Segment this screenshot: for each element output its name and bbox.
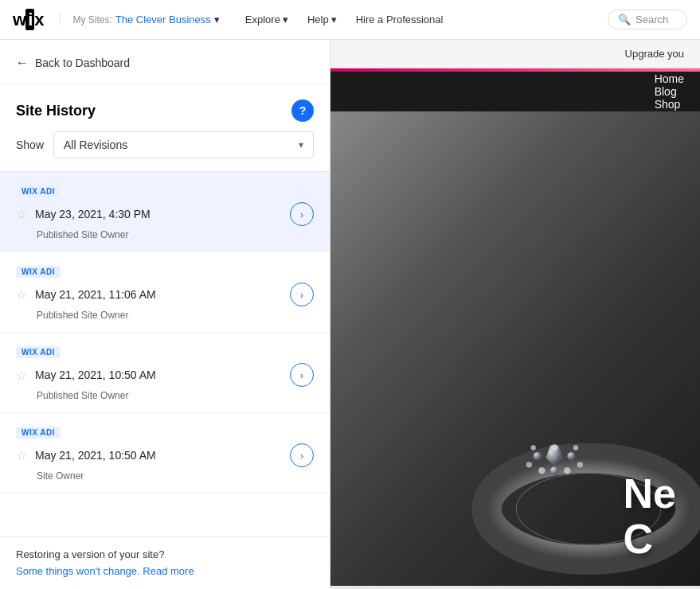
top-navigation: wix My Sites: The Clever Business ▾ Expl… [0,0,700,40]
nav-hire[interactable]: Hire a Professional [350,10,450,29]
revision-badge: WIX ADI [16,185,61,197]
preview-nav-item[interactable]: Shop [655,98,684,111]
upgrade-text: Upgrade you [625,48,684,60]
revision-row: ☆ May 21, 2021, 11:06 AM › [16,283,314,306]
revision-author: Published Site Owner [16,390,314,401]
view-revision-button[interactable]: › [290,202,314,226]
revision-row: ☆ May 23, 2021, 4:30 PM › [16,202,314,226]
preview-area: Upgrade you HomeBlogShop [330,40,700,589]
star-icon[interactable]: ☆ [16,287,27,302]
svg-point-2 [534,452,542,461]
revision-date: May 21, 2021, 11:06 AM [35,288,282,301]
revisions-filter-dropdown[interactable]: All Revisions ▾ [53,131,314,158]
revision-date: May 21, 2021, 10:50 AM [35,449,282,462]
site-name: The Clever Business [115,14,211,25]
revisions-container: WIX ADI ☆ May 23, 2021, 4:30 PM › Publis… [0,172,330,493]
revisions-list: WIX ADI ☆ May 23, 2021, 4:30 PM › Publis… [0,171,330,536]
revision-author: Published Site Owner [16,229,314,240]
svg-point-6 [564,467,571,474]
chevron-down-icon: ▾ [331,14,337,25]
site-selector[interactable]: My Sites: The Clever Business ▾ [60,14,220,25]
my-sites-label: My Sites: [73,14,112,25]
svg-point-7 [526,462,532,467]
sidebar-footer: Restoring a version of your site? Some t… [0,536,330,589]
preview-nav-bar: HomeBlogShop [330,72,700,111]
revision-item[interactable]: WIX ADI ☆ May 23, 2021, 4:30 PM › Publis… [0,172,330,252]
back-label: Back to Dashboard [35,57,130,69]
svg-point-9 [551,444,558,451]
preview-text-overlay: NeC [624,471,676,562]
revision-row: ☆ May 21, 2021, 10:50 AM › [16,363,314,387]
wix-logo: wix [13,10,44,30]
view-revision-button[interactable]: › [290,443,314,467]
chevron-down-icon: ▾ [283,14,288,25]
revision-author: Site Owner [16,470,314,482]
revision-badge: WIX ADI [16,266,61,278]
revision-item[interactable]: WIX ADI ☆ May 21, 2021, 11:06 AM › Publi… [0,252,330,333]
back-to-dashboard-button[interactable]: ← Back to Dashboard [0,40,330,84]
svg-point-4 [550,466,559,475]
star-icon[interactable]: ☆ [16,368,27,383]
svg-point-10 [530,445,535,450]
preview-content: HomeBlogShop [330,68,700,586]
site-history-title: Site History [16,103,96,119]
preview-nav-item[interactable]: Home [655,72,684,85]
read-more-link: Read more [143,565,194,577]
nav-items: Explore ▾ Help ▾ Hire a Professional [239,10,595,29]
site-history-header: Site History ? [0,84,330,131]
sidebar: ← Back to Dashboard Site History ? Show … [0,40,330,589]
view-revision-button[interactable]: › [290,363,314,387]
back-arrow-icon: ← [16,56,29,70]
revision-item[interactable]: WIX ADI ☆ May 21, 2021, 10:50 AM › Site … [0,413,330,493]
show-filter: Show All Revisions ▾ [0,131,330,171]
filter-value: All Revisions [64,138,127,151]
chevron-down-icon: ▾ [214,14,220,25]
star-icon[interactable]: ☆ [16,448,27,463]
show-label: Show [16,138,44,151]
chevron-down-icon: ▾ [299,139,303,150]
main-layout: ← Back to Dashboard Site History ? Show … [0,40,700,589]
revision-badge: WIX ADI [16,346,61,358]
revision-item[interactable]: WIX ADI ☆ May 21, 2021, 10:50 AM › Publi… [0,333,330,413]
svg-point-5 [538,467,546,474]
footer-main-text: Restoring a version of your site? [16,548,314,560]
svg-point-8 [577,462,583,467]
preview-image: NeC [330,111,700,586]
help-button[interactable]: ? [291,99,314,122]
view-revision-button[interactable]: › [290,283,314,306]
upgrade-bar: Upgrade you [330,40,700,68]
search-icon: 🔍 [618,14,631,25]
preview-nav-items: HomeBlogShop [655,72,684,111]
some-things-wont-change-link[interactable]: Some things won't change. Read more [16,565,194,577]
svg-point-3 [567,452,576,461]
star-icon[interactable]: ☆ [16,207,27,222]
revision-date: May 21, 2021, 10:50 AM [35,369,282,381]
svg-point-11 [573,445,578,450]
revision-author: Published Site Owner [16,310,314,321]
preview-nav-item[interactable]: Blog [655,85,684,98]
search-placeholder: Search [635,14,668,25]
nav-help[interactable]: Help ▾ [301,10,343,29]
revision-row: ☆ May 21, 2021, 10:50 AM › [16,443,314,467]
nav-explore[interactable]: Explore ▾ [239,10,295,29]
search-bar[interactable]: 🔍 Search [608,10,687,29]
revision-badge: WIX ADI [16,427,61,439]
revision-date: May 23, 2021, 4:30 PM [35,208,282,220]
